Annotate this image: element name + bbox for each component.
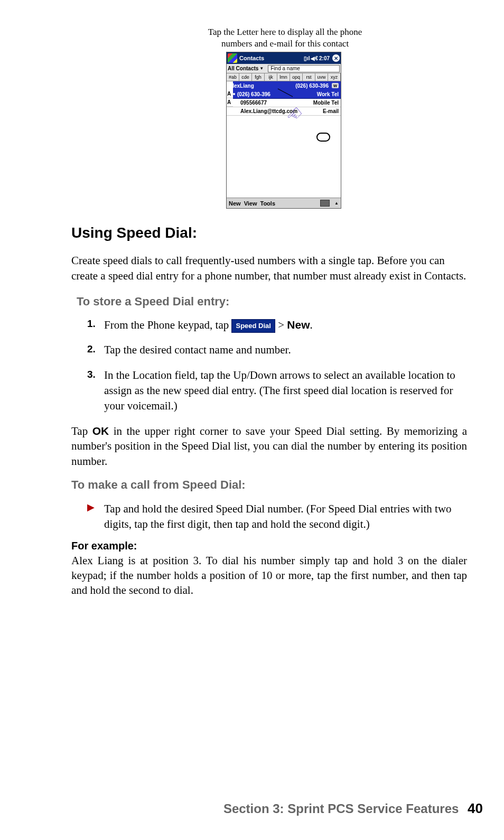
title-bar: Contacts ▯ıl ◀€ 2:07 ✕: [227, 52, 341, 64]
steps-list: 1. From the Phone keypad, tap Speed Dial…: [71, 317, 467, 414]
find-placeholder: Find a name: [270, 66, 300, 71]
step-text: From the Phone keypad, tap: [104, 319, 231, 331]
alpha-tabs: #ab cde fgh ijk lmn opq rst uvw xyz: [227, 73, 341, 81]
app-title: Contacts: [239, 55, 304, 61]
detail-value: 095566677: [240, 100, 267, 106]
alpha-tab: rst: [303, 73, 315, 81]
partial-contact-initial: A: [227, 90, 233, 98]
step-text: .: [310, 319, 312, 331]
filter-label: All Contacts: [228, 66, 258, 71]
alpha-tab: opq: [290, 73, 303, 81]
triangle-bullet-icon: ▶: [87, 501, 102, 513]
filter-row: All Contacts ▼ Find a name: [227, 64, 341, 73]
up-arrow-icon: ▲: [334, 201, 339, 206]
example-paragraph: Alex Liang is at position 3. To dial his…: [71, 553, 467, 598]
close-icon: ✕: [332, 54, 340, 62]
bullet-icon: [233, 93, 235, 95]
step-text: In the Location field, tap the Up/Down a…: [104, 369, 455, 413]
detail-label: E-mail: [323, 108, 339, 114]
step-number: 2.: [87, 342, 96, 357]
store-entry-heading: To store a Speed Dial entry:: [77, 295, 467, 309]
footer-section-title: Section 3: Sprint PCS Service Features: [223, 801, 459, 816]
menu-new: New: [229, 200, 241, 207]
ui-label-ok: OK: [92, 425, 109, 437]
speaker-icon: ◀€: [311, 55, 318, 61]
bullet-item: ▶ Tap and hold the desired Speed Dial nu…: [71, 501, 467, 533]
step-3: 3. In the Location field, tap the Up/Dow…: [87, 368, 467, 414]
detail-label: Mobile Tel: [313, 100, 339, 106]
alpha-tab: uvw: [315, 73, 328, 81]
step-2: 2. Tap the desired contact name and numb…: [87, 342, 467, 358]
menu-view: View: [244, 200, 257, 207]
figure-caption: Tap the Letter here to display all the p…: [71, 26, 467, 50]
page-number: 40: [468, 800, 483, 816]
contact-phone: (026) 630-396: [295, 83, 329, 89]
menu-tools: Tools: [260, 200, 276, 207]
caption-line1: Tap the Letter here to display all the p…: [208, 27, 362, 37]
speed-dial-button-graphic: Speed Dial: [231, 319, 275, 333]
partial-contacts-column: A A: [227, 81, 233, 107]
partial-contact-initial: A: [227, 98, 233, 107]
step-1: 1. From the Phone keypad, tap Speed Dial…: [87, 317, 467, 333]
caption-line2: numbers and e-mail for this contact: [221, 39, 349, 49]
contact-type-tag: w: [332, 83, 339, 88]
alpha-tab: xyz: [328, 73, 341, 81]
intro-paragraph: Create speed dials to call frequently-us…: [71, 253, 467, 283]
clock-text: 2:07: [319, 55, 330, 61]
find-name-box: Find a name: [268, 65, 340, 72]
step-text: >: [275, 319, 287, 331]
list-whitespace: [227, 116, 341, 198]
keyboard-icon: [320, 200, 330, 207]
section-heading: Using Speed Dial:: [71, 225, 467, 241]
step-number: 3.: [87, 368, 96, 382]
dropdown-icon: ▼: [259, 66, 264, 71]
alpha-tab: ijk: [265, 73, 277, 81]
start-flag-icon: [228, 53, 237, 63]
quickmenu-phone: (026) 630-396: [237, 91, 270, 97]
text: in the upper right corner to save your S…: [71, 425, 467, 468]
selected-contact-row: AlexLiang (026) 630-396 w: [227, 81, 341, 90]
device-figure: Contacts ▯ıl ◀€ 2:07 ✕ All Contacts ▼ Fi…: [71, 52, 467, 209]
tap-ok-paragraph: Tap OK in the upper right corner to save…: [71, 424, 467, 469]
bullet-text: Tap and hold the desired Speed Dial numb…: [104, 501, 463, 533]
example-heading: For example:: [71, 540, 467, 552]
page-footer: Section 3: Sprint PCS Service Features 4…: [223, 800, 483, 817]
signal-icon: ▯ıl: [304, 55, 310, 61]
status-icons: ▯ıl ◀€ 2:07 ✕: [304, 54, 340, 62]
detail-row: 095566677 Mobile Tel: [227, 99, 341, 107]
quickmenu-label: Work Tel: [317, 91, 339, 97]
make-call-heading: To make a call from Speed Dial:: [71, 478, 467, 492]
step-number: 1.: [87, 317, 96, 331]
bottom-menu-bar: New View Tools ▲: [227, 198, 341, 208]
ui-label-new: New: [287, 319, 310, 331]
step-text: Tap the desired contact name and number.: [104, 343, 291, 356]
alpha-tab: fgh: [252, 73, 265, 81]
pda-screenshot: Contacts ▯ıl ◀€ 2:07 ✕ All Contacts ▼ Fi…: [226, 52, 341, 209]
text: Tap: [71, 425, 92, 437]
alpha-tab: cde: [239, 73, 252, 81]
alpha-tab: lmn: [277, 73, 290, 81]
alpha-tab: #ab: [227, 73, 239, 81]
